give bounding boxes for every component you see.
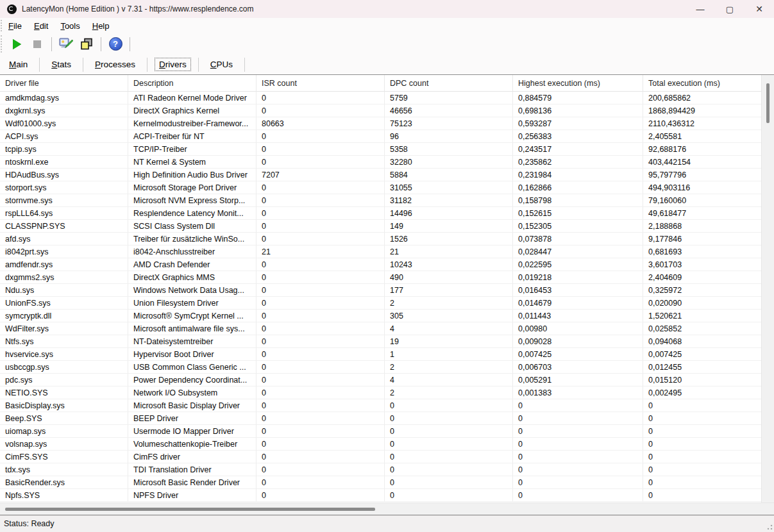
table-row[interactable]: symcryptk.dllMicrosoft® SymCrypt Kernel …: [0, 310, 761, 322]
rebar-gripper[interactable]: [1, 20, 2, 31]
table-cell: 0,231984: [513, 169, 643, 181]
minimize-button[interactable]: —: [686, 0, 715, 18]
tab-stats[interactable]: Stats: [40, 56, 83, 73]
maximize-button[interactable]: ▢: [715, 0, 745, 18]
table-row[interactable]: WdFilter.sysMicrosoft antimalware file s…: [0, 322, 761, 335]
table-row[interactable]: hvservice.sysHypervisor Boot Driver010,0…: [0, 348, 761, 361]
table-row[interactable]: afd.sysTreiber für zusätzliche WinSo...0…: [0, 233, 761, 245]
table-cell: NETIO.SYS: [0, 387, 128, 399]
stop-button[interactable]: [29, 36, 46, 53]
table-row[interactable]: dxgkrnl.sysDirectX Graphics Kernel046656…: [0, 104, 761, 117]
table-cell: High Definition Audio Bus Driver: [128, 169, 257, 181]
table-row[interactable]: tdx.sysTDI Translation Driver0000: [0, 463, 761, 476]
table-row[interactable]: NETIO.SYSNetwork I/O Subsystem020,001383…: [0, 387, 761, 399]
options-icon: [59, 37, 73, 51]
column-header-total-execution[interactable]: Total execution (ms): [643, 75, 761, 92]
copy-button[interactable]: [78, 36, 95, 53]
table-cell: Kernelmodustreiber-Framewor...: [128, 117, 257, 130]
table-row[interactable]: i8042prt.sysi8042-Anschlusstreiber21210,…: [0, 245, 761, 258]
table-row[interactable]: volsnap.sysVolumeschattenkopie-Treiber00…: [0, 438, 761, 451]
table-row[interactable]: ntoskrnl.exeNT Kernel & System0322800,23…: [0, 156, 761, 169]
table-row[interactable]: Wdf01000.sysKernelmodustreiber-Framewor.…: [0, 117, 761, 130]
menu-item-tools[interactable]: Tools: [55, 20, 85, 32]
table-row[interactable]: UnionFS.sysUnion Filesystem Driver020,01…: [0, 297, 761, 310]
table-cell: 0,014679: [513, 297, 643, 310]
horizontal-scrollbar[interactable]: [0, 503, 774, 515]
table-cell: 0: [257, 130, 385, 143]
vertical-scrollbar-thumb[interactable]: [766, 83, 770, 123]
close-button[interactable]: ✕: [745, 0, 774, 18]
help-button[interactable]: ?: [107, 36, 124, 53]
rebar-gripper[interactable]: [1, 35, 2, 53]
copy-icon: [80, 38, 93, 51]
horizontal-scrollbar-thumb[interactable]: [5, 508, 375, 511]
tab-label: D: [159, 60, 165, 69]
table-cell: 0: [257, 463, 385, 476]
table-row[interactable]: dxgmms2.sysDirectX Graphics MMS04900,019…: [0, 271, 761, 284]
table-cell: 2: [385, 387, 513, 399]
table-row[interactable]: amdkmdag.sysATI Radeon Kernel Mode Drive…: [0, 92, 761, 104]
column-header-highest-execution[interactable]: Highest execution (ms): [513, 75, 643, 92]
table-row[interactable]: Beep.SYSBEEP Driver0000: [0, 412, 761, 425]
menu-label: F: [8, 21, 13, 31]
table-cell: CLASSPNP.SYS: [0, 220, 128, 233]
table-row[interactable]: CimFS.SYSCimFS driver0000: [0, 451, 761, 463]
table-row[interactable]: Ntfs.sysNT-Dateisystemtreiber0190,009028…: [0, 335, 761, 348]
table-cell: 0: [385, 425, 513, 438]
table-row[interactable]: storport.sysMicrosoft Storage Port Drive…: [0, 181, 761, 194]
table-cell: pdc.sys: [0, 374, 128, 387]
table-row[interactable]: uiomap.sysUsermode IO Mapper Driver0000: [0, 425, 761, 438]
table-cell: 0,005291: [513, 374, 643, 387]
table-row[interactable]: Ndu.sysWindows Network Data Usag...01770…: [0, 284, 761, 297]
table-cell: 0,152615: [513, 207, 643, 220]
table-cell: Microsoft antimalware file sys...: [128, 322, 257, 335]
table-cell: 0: [513, 463, 643, 476]
column-header-dpc-count[interactable]: DPC count: [385, 75, 513, 92]
column-header-isr-count[interactable]: ISR count: [257, 75, 385, 92]
tab-drivers[interactable]: Drivers: [147, 56, 198, 73]
menu-item-help[interactable]: Help: [87, 20, 115, 32]
table-row[interactable]: CLASSPNP.SYSSCSI Class System Dll01490,1…: [0, 220, 761, 233]
table-row[interactable]: BasicRender.sysMicrosoft Basic Render Dr…: [0, 476, 761, 489]
table-row[interactable]: BasicDisplay.sysMicrosoft Basic Display …: [0, 399, 761, 412]
tab-separator: [244, 58, 245, 72]
column-header-driver-file[interactable]: Driver file: [0, 75, 128, 92]
resize-grip-icon[interactable]: [765, 522, 773, 530]
table-row[interactable]: HDAudBus.sysHigh Definition Audio Bus Dr…: [0, 169, 761, 181]
table-row[interactable]: stornvme.sysMicrosoft NVM Express Storp.…: [0, 194, 761, 207]
vertical-scrollbar[interactable]: [761, 75, 774, 503]
table-cell: Resplendence Latency Monit...: [128, 207, 257, 220]
table-cell: usbccgp.sys: [0, 361, 128, 374]
table-cell: stornvme.sys: [0, 194, 128, 207]
table-cell: 0: [257, 310, 385, 322]
column-header-description[interactable]: Description: [128, 75, 257, 92]
table-row[interactable]: tcpip.sysTCP/IP-Treiber053580,24351792,6…: [0, 143, 761, 156]
table-cell: ATI Radeon Kernel Mode Driver: [128, 92, 257, 104]
window-controls: — ▢ ✕: [686, 0, 774, 18]
table-cell: 0,007425: [513, 348, 643, 361]
table-row[interactable]: rspLLL64.sysResplendence Latency Monit..…: [0, 207, 761, 220]
table-row[interactable]: amdfendr.sysAMD Crash Defender0102430,02…: [0, 258, 761, 271]
table-row[interactable]: Npfs.SYSNPFS Driver0000: [0, 489, 761, 502]
table-cell: ntoskrnl.exe: [0, 156, 128, 169]
tab-cpus[interactable]: CPUs: [199, 56, 244, 73]
options-button[interactable]: [58, 36, 74, 53]
table-row[interactable]: pdc.sysPower Dependency Coordinat...040,…: [0, 374, 761, 387]
table-cell: Volumeschattenkopie-Treiber: [128, 438, 257, 451]
run-button[interactable]: [8, 36, 25, 53]
window-title: LatencyMon (Home Edition ) v 7.31 - http…: [22, 4, 254, 13]
table-cell: Ntfs.sys: [0, 335, 128, 348]
table-row[interactable]: usbccgp.sysUSB Common Class Generic ...0…: [0, 361, 761, 374]
table-cell: USB Common Class Generic ...: [128, 361, 257, 374]
tab-main[interactable]: Main: [0, 56, 39, 73]
menu-item-edit[interactable]: Edit: [29, 20, 53, 32]
table-cell: CimFS driver: [128, 451, 257, 463]
menu-item-file[interactable]: File: [3, 20, 27, 32]
tab-processes[interactable]: Processes: [83, 56, 147, 73]
table-cell: Microsoft Storage Port Driver: [128, 181, 257, 194]
table-cell: 0,012455: [643, 361, 761, 374]
table-cell: 0,698136: [513, 104, 643, 117]
table-cell: 0,094068: [643, 335, 761, 348]
table-row[interactable]: ACPI.sysACPI-Treiber für NT0960,2563832,…: [0, 130, 761, 143]
table-cell: DirectX Graphics MMS: [128, 271, 257, 284]
